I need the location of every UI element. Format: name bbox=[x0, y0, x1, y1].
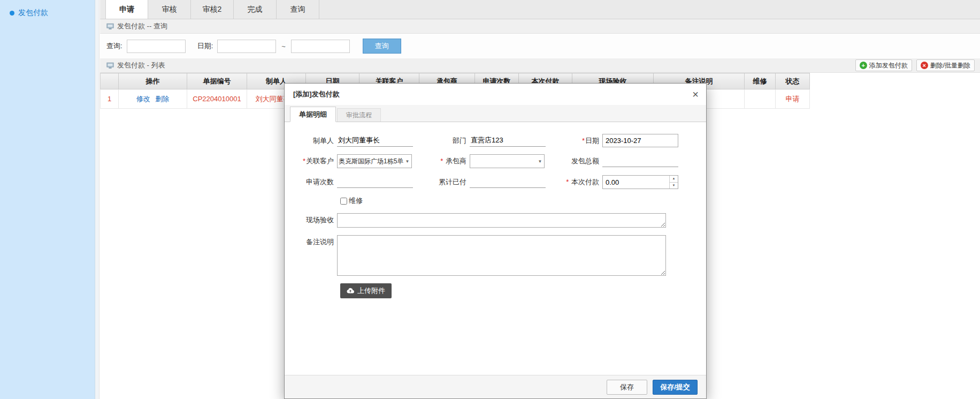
acceptance-label: 现场验收 bbox=[288, 213, 337, 228]
acceptance-textarea[interactable] bbox=[337, 213, 666, 228]
row-actions: 修改 删除 bbox=[119, 89, 187, 109]
tab-bar: 申请 审核 审核2 完成 查询 bbox=[100, 0, 980, 19]
delete-icon: × bbox=[921, 62, 928, 69]
add-payment-label: 添加发包付款 bbox=[869, 61, 908, 70]
required-mark: * bbox=[440, 157, 443, 165]
panel-icon bbox=[106, 23, 114, 30]
contractor-select[interactable]: ▼ bbox=[470, 154, 545, 168]
sidebar: 发包付款 bbox=[0, 0, 95, 399]
screen: 发包付款 申请 审核 审核2 完成 查询 发包付款 -- 查询 查询: 日期: … bbox=[0, 0, 980, 399]
apply-count-field[interactable] bbox=[337, 176, 413, 188]
total-label: 发包总额 bbox=[553, 156, 602, 166]
add-icon: + bbox=[860, 62, 867, 69]
required-mark: * bbox=[582, 137, 585, 145]
payment-label: * 本次付款 bbox=[553, 177, 602, 187]
close-icon[interactable]: × bbox=[692, 89, 699, 100]
dialog-header: [添加]发包付款 × bbox=[285, 84, 706, 105]
sidebar-item-label: 发包付款 bbox=[18, 8, 48, 18]
search-button[interactable]: 查询 bbox=[363, 39, 401, 54]
date-from-input[interactable] bbox=[217, 40, 276, 53]
save-submit-button[interactable]: 保存/提交 bbox=[653, 380, 698, 395]
creator-label: 制单人 bbox=[288, 136, 337, 146]
dialog-title: [添加]发包付款 bbox=[293, 89, 340, 99]
query-section-title: 发包付款 -- 查询 bbox=[117, 21, 167, 31]
spinner: ▲ ▼ bbox=[669, 176, 678, 189]
delete-batch-button[interactable]: × 删除/批量删除 bbox=[916, 59, 975, 71]
save-button[interactable]: 保存 bbox=[607, 380, 647, 395]
row-index: 1 bbox=[101, 89, 119, 109]
row-doc-no: CP2204010001 bbox=[187, 89, 247, 109]
paid-field[interactable] bbox=[470, 176, 546, 188]
cloud-upload-icon bbox=[347, 287, 354, 295]
required-mark: * bbox=[566, 178, 569, 186]
row-status: 申请 bbox=[776, 89, 810, 109]
creator-field[interactable] bbox=[337, 135, 413, 147]
client-label: *关联客户 bbox=[288, 156, 337, 166]
chevron-down-icon: ▼ bbox=[403, 159, 411, 164]
dialog-body: 制单人 部门 *日期 *关联客户 奥克斯国际广场1栋5单 bbox=[285, 122, 706, 298]
upload-attachment-button[interactable]: 上传附件 bbox=[340, 283, 392, 298]
delete-batch-label: 删除/批量删除 bbox=[930, 61, 970, 70]
tab-query[interactable]: 查询 bbox=[277, 0, 319, 19]
tab-review[interactable]: 审核 bbox=[148, 0, 191, 19]
client-select-value: 奥克斯国际广场1栋5单 bbox=[338, 157, 403, 166]
bullet-icon bbox=[10, 11, 14, 16]
col-status: 状态 bbox=[776, 73, 810, 89]
date-label: *日期 bbox=[553, 136, 602, 146]
required-mark: * bbox=[303, 157, 305, 165]
upload-attachment-label: 上传附件 bbox=[357, 286, 385, 296]
query-section-header: 发包付款 -- 查询 bbox=[100, 19, 980, 34]
spinner-down-icon[interactable]: ▼ bbox=[670, 183, 678, 189]
query-label: 查询: bbox=[106, 41, 122, 51]
client-select[interactable]: 奥克斯国际广场1栋5单 ▼ bbox=[337, 154, 412, 168]
sidebar-divider bbox=[95, 0, 99, 399]
remark-label: 备注说明 bbox=[288, 235, 337, 276]
edit-link[interactable]: 修改 bbox=[135, 95, 152, 103]
remark-textarea[interactable] bbox=[337, 235, 666, 276]
query-keyword-input[interactable] bbox=[127, 40, 186, 53]
department-field[interactable] bbox=[470, 135, 546, 147]
dialog-footer: 保存 保存/提交 bbox=[285, 375, 706, 398]
row-repair bbox=[745, 89, 776, 109]
list-header-buttons: + 添加发包付款 × 删除/批量删除 bbox=[855, 59, 975, 71]
date-label: 日期: bbox=[197, 41, 213, 51]
total-field[interactable] bbox=[602, 155, 678, 167]
tab-complete[interactable]: 完成 bbox=[234, 0, 277, 19]
add-payment-dialog: [添加]发包付款 × 单据明细 审批流程 制单人 部门 *日期 bbox=[284, 83, 707, 399]
col-index bbox=[101, 73, 119, 89]
tab-doc-detail[interactable]: 单据明细 bbox=[290, 107, 336, 122]
repair-checkbox[interactable] bbox=[340, 198, 347, 205]
tab-approval-flow[interactable]: 审批流程 bbox=[337, 108, 381, 122]
panel-icon bbox=[106, 62, 114, 69]
list-section-header: 发包付款 - 列表 + 添加发包付款 × 删除/批量删除 bbox=[100, 58, 980, 73]
payment-stepper: ▲ ▼ bbox=[602, 175, 678, 189]
spinner-up-icon[interactable]: ▲ bbox=[670, 176, 678, 183]
col-actions: 操作 bbox=[119, 73, 187, 89]
apply-count-label: 申请次数 bbox=[288, 177, 337, 187]
dialog-tab-strip: 单据明细 审批流程 bbox=[285, 105, 706, 122]
payment-field[interactable] bbox=[603, 176, 669, 189]
tab-apply[interactable]: 申请 bbox=[105, 0, 148, 19]
chevron-down-icon: ▼ bbox=[536, 159, 544, 164]
list-section-title: 发包付款 - 列表 bbox=[117, 61, 165, 70]
date-field[interactable] bbox=[602, 134, 678, 147]
repair-row: 维修 bbox=[340, 196, 692, 206]
sidebar-item-contract-payment[interactable]: 发包付款 bbox=[0, 0, 95, 18]
tab-review2[interactable]: 审核2 bbox=[191, 0, 234, 19]
date-range-separator: ~ bbox=[280, 42, 287, 50]
repair-label: 维修 bbox=[349, 196, 363, 206]
department-label: 部门 bbox=[420, 136, 470, 146]
delete-link[interactable]: 删除 bbox=[154, 95, 171, 103]
col-repair: 维修 bbox=[745, 73, 776, 89]
col-doc-no: 单据编号 bbox=[187, 73, 247, 89]
paid-label: 累计已付 bbox=[420, 177, 470, 187]
query-row: 查询: 日期: ~ 查询 bbox=[100, 34, 980, 58]
date-to-input[interactable] bbox=[291, 40, 350, 53]
add-payment-button[interactable]: + 添加发包付款 bbox=[855, 59, 912, 71]
contractor-label: * 承包商 bbox=[420, 156, 470, 166]
